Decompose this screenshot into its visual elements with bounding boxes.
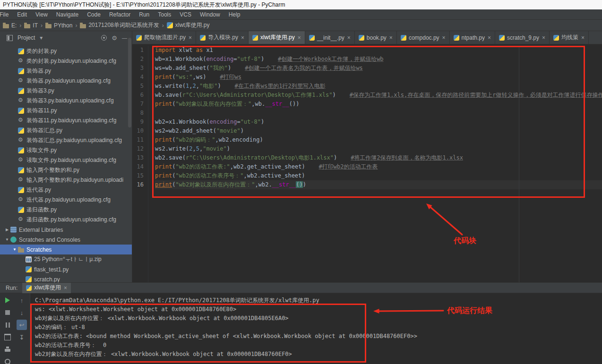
stop-button[interactable] <box>2 307 13 318</box>
editor-tab[interactable]: 爬取物流图片.py <box>132 31 196 44</box>
code-lines[interactable]: import xlwt as x1wb=x1.Workbook(encoding… <box>148 46 602 282</box>
pause-output-button[interactable] <box>2 320 13 330</box>
code-line[interactable]: import xlwt as x1 <box>155 46 602 55</box>
settings-gear-icon[interactable] <box>112 34 117 42</box>
tree-item[interactable]: 装饰器3.py.baiduyun.uploading.cfg <box>0 96 132 106</box>
code-line[interactable]: print("wb2的活动工作表序号：",wb2.active_sheet) <box>155 171 602 180</box>
console-output[interactable]: C:\ProgramData\Anaconda3\python.exe E:/I… <box>30 293 602 364</box>
soft-wrap-button[interactable] <box>17 320 27 330</box>
tree-item[interactable]: 迭代器.py.baiduyun.uploading.cfg <box>0 195 132 205</box>
breadcrumb-item[interactable]: PYthon <box>44 22 73 29</box>
line-number[interactable]: 10 <box>132 127 144 135</box>
tree-item[interactable]: 递归函数.py.baiduyun.uploading.cfg <box>0 215 132 225</box>
code-line[interactable]: print("ws:",ws) #打印ws <box>155 73 602 82</box>
tree-item[interactable]: 类的封装.py.baiduyun.uploading.cfg <box>0 56 132 66</box>
editor-body[interactable]: 12345678910111213141516 import xlwt as x… <box>132 44 602 282</box>
editor-gutter[interactable]: 12345678910111213141516 <box>132 46 148 282</box>
tree-item[interactable]: 装饰器汇总.py.baiduyun.uploading.cfg <box>0 135 132 145</box>
line-number[interactable]: 1 <box>132 46 144 55</box>
breadcrumb-item[interactable]: xlwt库使用.py <box>166 21 211 29</box>
tree-item[interactable]: 迭代器.py <box>0 185 132 195</box>
tree-item[interactable]: 装饰器.py <box>0 66 132 76</box>
code-line[interactable]: wb=x1.Workbook(encoding="utf-8") #创建一个Wo… <box>155 55 602 64</box>
close-tab-icon[interactable] <box>389 35 393 41</box>
code-line[interactable]: ws2.write(2,5,"movie") <box>155 144 602 153</box>
tree-item[interactable]: 读取文件.py.baiduyun.uploading.cfg <box>0 155 132 165</box>
tree-item[interactable]: External Libraries <box>0 225 132 235</box>
editor-tab[interactable]: xlwt库使用.py <box>249 31 305 44</box>
breadcrumb-item[interactable]: 20171208单词助记系统开发 <box>79 21 160 29</box>
hide-panel-icon[interactable] <box>122 34 127 41</box>
code-line[interactable]: ws=wb.add_sheet("我的") #创建一个工作表名为我的工作表，并赋… <box>155 64 602 73</box>
close-run-tab-icon[interactable] <box>64 285 67 291</box>
code-line[interactable]: print("wb2的活动工作表:",wb2.get_active_sheet)… <box>155 162 602 171</box>
tree-item[interactable]: 递归函数.py <box>0 205 132 215</box>
tree-item[interactable]: 装饰器11.py.baiduyun.uploading.cfg <box>0 116 132 126</box>
line-number[interactable]: 13 <box>132 153 144 162</box>
tree-item[interactable]: 装饰器汇总.py <box>0 126 132 135</box>
line-number[interactable]: 5 <box>132 82 144 91</box>
project-dropdown-caret-icon[interactable] <box>40 34 43 41</box>
editor-tab[interactable]: compdoc.py <box>397 31 450 44</box>
line-number[interactable]: 4 <box>132 73 144 82</box>
menu-item-view[interactable]: View <box>31 9 52 20</box>
breadcrumb-item[interactable]: IT <box>23 22 39 29</box>
editor-tab[interactable]: ntpath.py <box>450 31 495 44</box>
code-line[interactable]: wb2.save(r"C:\Users\Administrator\Deskto… <box>155 153 602 162</box>
menu-item-code[interactable]: Code <box>83 9 105 20</box>
breadcrumb-item[interactable]: E: <box>2 22 17 29</box>
code-line[interactable]: ws2=wb2.add_sheet("movie") <box>155 127 602 135</box>
menu-item-window[interactable]: Window <box>196 9 224 20</box>
menu-item-navigate[interactable]: Navigate <box>52 9 83 20</box>
tree-item[interactable]: 装饰器3.py <box>0 86 132 96</box>
menu-item-refactor[interactable]: Refactor <box>105 9 135 20</box>
pin-tab-button[interactable] <box>2 356 13 364</box>
tree-item[interactable]: 装饰器11.py <box>0 106 132 116</box>
line-number[interactable]: 15 <box>132 171 144 180</box>
editor-tab[interactable]: __init__.py <box>305 31 355 44</box>
menu-item-vcs[interactable]: VCS <box>175 9 196 20</box>
close-tab-icon[interactable] <box>241 35 244 41</box>
line-number[interactable]: 11 <box>132 135 144 144</box>
close-tab-icon[interactable] <box>442 35 446 41</box>
scroll-to-end-button[interactable] <box>17 332 27 342</box>
print-button[interactable] <box>2 344 13 355</box>
code-line[interactable]: wb2=x1.Workbook(encoding="ut-8") <box>155 118 602 127</box>
close-tab-icon[interactable] <box>347 35 351 41</box>
prev-occurrence-button[interactable] <box>17 295 27 305</box>
editor-tab[interactable]: scratch_9.py <box>495 31 550 44</box>
code-line[interactable]: print("wb2的编码：",wb2.encoding) <box>155 135 602 144</box>
tree-item[interactable]: 输入两个整数的和.py <box>0 165 132 175</box>
tree-expand-right-icon[interactable] <box>4 228 10 232</box>
tree-expand-down-icon[interactable] <box>11 247 18 252</box>
menu-item-tools[interactable]: Tools <box>154 9 175 20</box>
menu-item-help[interactable]: Help <box>224 9 245 20</box>
tree-item[interactable]: 类的封装.py <box>0 46 132 56</box>
close-tab-icon[interactable] <box>542 35 545 41</box>
tree-item[interactable]: scratch.py <box>0 274 132 282</box>
code-line[interactable]: print("wb2对象以及所在内存位置：",wb2.__str__()) <box>155 180 602 189</box>
code-line[interactable]: ws.write(1,2,"电影") #在工作表ws里的1行2列里写入电影 <box>155 82 602 91</box>
tree-item[interactable]: Scratches <box>0 245 132 254</box>
project-scrollbar-thumb[interactable] <box>128 38 131 127</box>
close-tab-icon[interactable] <box>189 35 192 41</box>
tree-item[interactable]: flask_test1.py <box>0 264 132 274</box>
line-number[interactable]: 3 <box>132 64 144 73</box>
rerun-button[interactable] <box>2 295 13 305</box>
code-line[interactable] <box>155 109 602 118</box>
line-number[interactable]: 2 <box>132 55 144 64</box>
next-occurrence-button[interactable] <box>17 307 27 318</box>
menu-item-edit[interactable]: Edit <box>13 9 31 20</box>
tree-expand-down-icon[interactable] <box>4 237 10 242</box>
tree-item[interactable]: 输入两个整数的和.py.baiduyun.uploadi <box>0 175 132 185</box>
tree-item[interactable]: 装饰器.py.baiduyun.uploading.cfg <box>0 76 132 86</box>
line-number[interactable]: 8 <box>132 109 144 118</box>
tree-item[interactable]: 读取文件.py <box>0 145 132 155</box>
close-tab-icon[interactable] <box>581 35 585 41</box>
close-tab-icon[interactable] <box>488 35 491 41</box>
line-number[interactable]: 6 <box>132 91 144 100</box>
line-number[interactable]: 16 <box>132 180 144 189</box>
code-line[interactable]: wb.save(r"C:\Users\Administrator\Desktop… <box>155 91 602 100</box>
code-line[interactable]: print("wb对象以及所在内存位置：",wb.__str__()) <box>155 100 602 109</box>
menu-item-run[interactable]: Run <box>135 9 154 20</box>
